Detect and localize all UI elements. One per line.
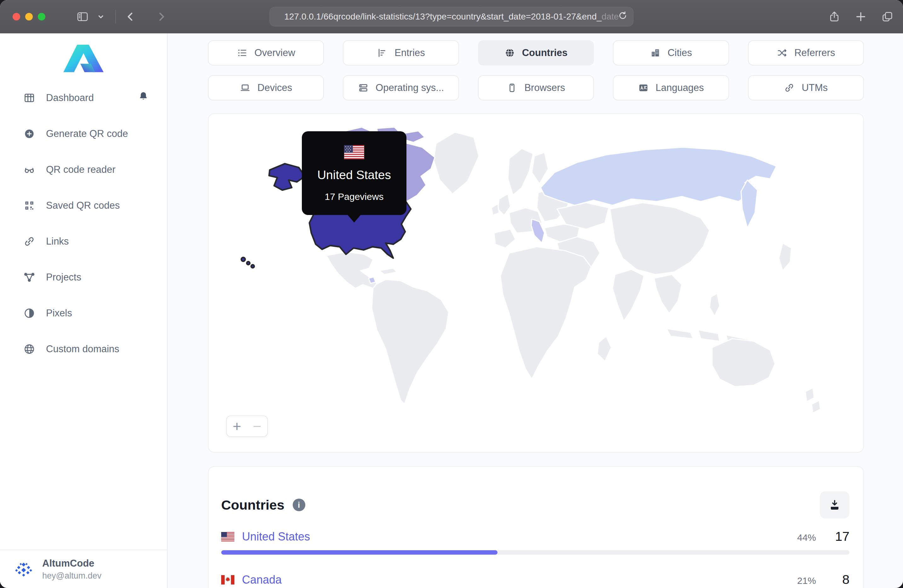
share-icon[interactable] [828,10,841,23]
map-uk[interactable] [498,194,510,215]
tooltip-pageviews: 17 Pageviews [302,191,406,202]
globe-icon [505,47,515,58]
map-australia[interactable] [712,339,775,387]
zoom-button[interactable] [38,13,46,20]
sidebar-item-label: Dashboard [46,92,94,103]
map-africa[interactable] [500,247,591,379]
shuffle-icon [777,47,787,58]
tab-label: Operating sys... [376,82,444,94]
map-hawaii[interactable] [251,265,254,268]
map-mexico[interactable] [326,252,377,289]
map-ireland[interactable] [491,204,499,215]
map-hawaii[interactable] [241,257,245,261]
tab-countries[interactable]: Countries [478,40,594,66]
map-india[interactable] [612,270,644,321]
close-button[interactable] [13,13,20,20]
map-greenland[interactable] [434,132,479,194]
tab-label: Cities [668,47,692,58]
country-link[interactable]: Canada [242,573,282,586]
map-finland[interactable] [532,152,548,184]
sidebar-item-label: Projects [46,272,81,283]
map-new-zealand[interactable] [805,388,814,401]
tab-overview-icon[interactable] [881,10,894,23]
map-philippines[interactable] [710,293,720,316]
sidebar-item-projects[interactable]: Projects [0,259,167,295]
tab-utms[interactable]: UTMs [748,75,864,100]
country-bar-fill [221,550,497,555]
map-kamchatka[interactable] [741,180,757,228]
map-indonesia[interactable] [667,329,693,339]
tab-label: Devices [257,82,292,94]
country-row: United States 44% 17 [221,529,850,555]
sidebar-item-custom-domains[interactable]: Custom domains [0,331,167,367]
map-south-america[interactable] [372,279,449,404]
browser-window: 127.0.0.1/66qrcode/link-statistics/13?ty… [0,0,903,588]
sidebar-item-saved-qr[interactable]: Saved QR codes [0,188,167,224]
map-canada-islands[interactable] [403,131,425,142]
sidebar-toggle-icon[interactable] [76,10,89,23]
download-button[interactable] [820,491,850,519]
map-hawaii[interactable] [247,262,250,265]
tab-label: Browsers [524,82,565,94]
map-japan[interactable] [779,243,791,271]
map-alaska[interactable] [269,164,305,190]
country-count: 17 [832,529,850,544]
tab-cities[interactable]: Cities [613,40,729,66]
app-logo[interactable] [0,42,167,74]
us-flag-icon [344,145,364,160]
sidebar-item-generate-qr[interactable]: Generate QR code [0,116,167,152]
chevron-down-icon[interactable] [94,10,107,23]
sidebar-nav: Dashboard Generate QR code QR code read [0,80,167,367]
url-text: 127.0.0.1/66qrcode/link-statistics/13?ty… [284,12,601,22]
forward-button[interactable] [155,10,168,23]
bell-icon[interactable] [137,91,149,105]
sidebar-item-qr-reader[interactable]: QR code reader [0,152,167,188]
country-count: 8 [832,572,850,587]
url-bar[interactable]: 127.0.0.1/66qrcode/link-statistics/13?ty… [270,7,634,27]
map-indonesia[interactable] [698,330,720,341]
map-iberia[interactable] [494,229,516,248]
back-button[interactable] [124,10,137,23]
qr-icon [23,199,35,212]
mobile-icon [507,83,518,93]
reload-icon[interactable] [618,10,628,23]
map-zoom-control: + − [226,416,268,437]
tab-operating-systems[interactable]: Operating sys... [343,75,459,100]
minimize-button[interactable] [25,13,33,20]
map-new-zealand[interactable] [812,400,820,413]
sidebar: Dashboard Generate QR code QR code read [0,33,168,588]
sidebar-item-pixels[interactable]: Pixels [0,295,167,331]
tab-label: Overview [255,47,295,58]
tab-overview[interactable]: Overview [208,40,324,66]
map-southeast-asia[interactable] [654,274,682,314]
glasses-icon [23,164,35,176]
tab-browsers[interactable]: Browsers [478,75,594,100]
tab-referrers[interactable]: Referrers [748,40,864,66]
map-scandinavia[interactable] [508,149,533,195]
avatar [13,559,34,580]
country-row: Canada 21% 8 [221,572,850,588]
map-cuba[interactable] [379,268,397,274]
country-link[interactable]: United States [242,530,310,543]
tab-entries[interactable]: Entries [343,40,459,66]
map-madagascar[interactable] [597,336,611,361]
zoom-out-button[interactable]: − [247,416,267,436]
new-tab-icon[interactable] [854,10,867,23]
laptop-icon [240,83,250,93]
tab-devices[interactable]: Devices [208,75,324,100]
map-italy[interactable] [531,219,544,243]
bar-chart-icon [377,47,387,58]
tab-languages[interactable]: Languages [613,75,729,100]
stat-type-tabs: Overview Entries Countries Cities Referr… [208,40,864,100]
account-footer[interactable]: AltumCode hey@altum.dev [0,550,167,588]
sidebar-item-dashboard[interactable]: Dashboard [0,80,167,116]
map-tooltip: United States 17 Pageviews [302,131,406,215]
sidebar-item-links[interactable]: Links [0,224,167,259]
zoom-in-button[interactable]: + [227,416,247,436]
map-costa-rica[interactable] [369,277,376,283]
map-china[interactable] [610,203,710,274]
info-icon[interactable]: i [293,499,305,511]
browser-titlebar: 127.0.0.1/66qrcode/link-statistics/13?ty… [0,0,903,33]
account-name: AltumCode [42,558,101,569]
tab-label: Referrers [794,47,835,58]
